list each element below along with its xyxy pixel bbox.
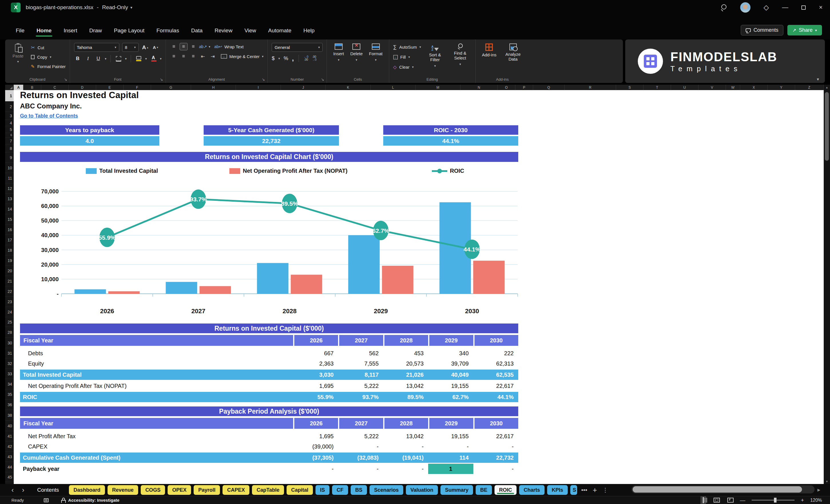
- table-of-contents-link[interactable]: Go to Table of Contents: [20, 113, 78, 119]
- row-header-8[interactable]: 8: [5, 145, 14, 153]
- orientation-button[interactable]: ab↗: [199, 43, 207, 50]
- vertical-scrollbar[interactable]: ▴ ▾: [824, 85, 830, 484]
- close-button[interactable]: ×: [819, 4, 823, 11]
- read-only-badge[interactable]: Read-Only: [102, 4, 128, 10]
- page-break-view-button[interactable]: [727, 498, 734, 503]
- select-all-corner[interactable]: [5, 85, 14, 90]
- zoom-in-button[interactable]: +: [801, 497, 804, 503]
- clipboard-dialog-launcher-icon[interactable]: ↘: [64, 77, 67, 82]
- align-right-button[interactable]: ≡: [189, 53, 197, 60]
- row-header-11[interactable]: 11: [5, 173, 14, 183]
- menu-tab-data[interactable]: Data: [185, 25, 209, 36]
- premium-diamond-icon[interactable]: ◇: [764, 3, 769, 11]
- column-header-V[interactable]: V: [698, 85, 726, 90]
- sheet-tab-charts[interactable]: Charts: [519, 485, 545, 495]
- autosum-button[interactable]: ∑ AutoSum ▾: [393, 43, 421, 51]
- decrease-indent-button[interactable]: ⇤: [199, 53, 207, 60]
- align-bottom-button[interactable]: ≡: [189, 43, 197, 50]
- comments-button[interactable]: Comments: [741, 25, 783, 35]
- menu-tab-automate[interactable]: Automate: [262, 25, 297, 36]
- page-layout-view-button[interactable]: [713, 498, 720, 503]
- row-header-7[interactable]: 7: [5, 137, 14, 145]
- row-header-35[interactable]: 35: [5, 389, 14, 400]
- row-header-34[interactable]: 34: [5, 379, 14, 389]
- comma-format-button[interactable]: ,: [292, 56, 294, 60]
- menu-tab-home[interactable]: Home: [31, 25, 58, 36]
- row-header-40[interactable]: 40: [5, 421, 14, 431]
- row-header-9[interactable]: 9: [5, 153, 14, 163]
- delete-cells-button[interactable]: Delete ▾: [348, 43, 365, 63]
- restore-button[interactable]: [801, 5, 806, 10]
- underline-button[interactable]: U: [95, 55, 102, 63]
- sheet-tab-revenue[interactable]: Revenue: [107, 485, 138, 495]
- zoom-slider-thumb[interactable]: [774, 498, 776, 503]
- fill-button[interactable]: ↓ Fill ▾: [393, 53, 421, 61]
- sheet-tab-capex[interactable]: CAPEX: [223, 485, 249, 495]
- sheet-tab-payroll[interactable]: Payroll: [194, 485, 220, 495]
- sheet-tab-be[interactable]: BE: [476, 485, 492, 495]
- row-header-22[interactable]: 22: [5, 286, 14, 296]
- column-header-I[interactable]: I: [236, 85, 281, 90]
- font-dialog-launcher-icon[interactable]: ↘: [160, 77, 163, 82]
- scroll-down-icon[interactable]: ▾: [824, 479, 830, 483]
- cut-button[interactable]: ✂ Cut: [31, 43, 66, 52]
- sheet-nav-left-icon[interactable]: ‹: [8, 486, 17, 494]
- column-header-P[interactable]: P: [515, 85, 533, 90]
- menu-tab-help[interactable]: Help: [297, 25, 321, 36]
- row-header-24[interactable]: 24: [5, 307, 14, 317]
- row-header-3[interactable]: 3: [5, 112, 14, 120]
- sheet-tab-bs[interactable]: BS: [351, 485, 367, 495]
- scroll-up-icon[interactable]: ▴: [824, 85, 830, 89]
- normal-view-button[interactable]: [700, 496, 706, 504]
- number-dialog-launcher-icon[interactable]: ↘: [321, 77, 324, 82]
- column-header-G[interactable]: G: [151, 85, 191, 90]
- row-header-21[interactable]: 21: [5, 276, 14, 286]
- column-header-A[interactable]: A: [14, 85, 24, 90]
- borders-chevron-icon[interactable]: ▾: [125, 57, 127, 61]
- collapse-ribbon-chevron-icon[interactable]: ▾: [817, 77, 819, 82]
- insert-cells-button[interactable]: Insert ▾: [331, 43, 346, 63]
- more-sheets-button[interactable]: •••: [580, 487, 588, 494]
- row-header-23[interactable]: 23: [5, 296, 14, 307]
- search-icon[interactable]: [721, 4, 727, 10]
- column-header-U[interactable]: U: [671, 85, 698, 90]
- scroll-right-icon[interactable]: ▸: [818, 486, 820, 493]
- sheet-options-menu-icon[interactable]: ⋮: [601, 486, 609, 494]
- find-select-button[interactable]: Find & Select ▾: [449, 43, 471, 71]
- percent-format-button[interactable]: %: [284, 56, 288, 62]
- increase-indent-button[interactable]: ⇥: [209, 53, 217, 60]
- addins-button[interactable]: Add-ins: [480, 43, 499, 62]
- decrease-decimal-button[interactable]: .00→0: [312, 56, 317, 61]
- sheet-tab-dashboard[interactable]: Dashboard: [69, 485, 105, 495]
- copy-button[interactable]: Copy ▾: [31, 53, 66, 61]
- analyze-data-button[interactable]: Analyze Data: [501, 43, 525, 62]
- align-left-button[interactable]: ≡: [170, 53, 178, 60]
- column-header-B[interactable]: B: [24, 85, 41, 90]
- row-header-28[interactable]: 28: [5, 327, 14, 338]
- merge-center-button[interactable]: ↔ Merge & Center ▾: [221, 54, 263, 59]
- horizontal-scrollbar-thumb[interactable]: [633, 486, 802, 493]
- row-header-44[interactable]: 44: [5, 462, 14, 472]
- row-header-1[interactable]: 1: [5, 90, 14, 101]
- bold-button[interactable]: B: [74, 55, 82, 63]
- column-header-W[interactable]: W: [726, 85, 740, 90]
- row-header-17[interactable]: 17: [5, 235, 14, 245]
- row-header-6[interactable]: 6: [5, 133, 14, 137]
- format-cells-button[interactable]: Format ▾: [367, 43, 385, 63]
- row-header-30[interactable]: 30: [5, 338, 14, 348]
- sheet-tab-capital[interactable]: Capital: [287, 485, 313, 495]
- align-center-button[interactable]: ≡: [180, 53, 188, 60]
- zoom-level[interactable]: 120%: [810, 498, 822, 503]
- column-header-L[interactable]: L: [371, 85, 416, 90]
- fill-color-chevron-icon[interactable]: ▾: [145, 57, 147, 61]
- align-top-button[interactable]: ≡: [170, 43, 178, 50]
- vertical-scrollbar-thumb[interactable]: [825, 92, 829, 161]
- row-header-42[interactable]: 42: [5, 441, 14, 452]
- add-sheet-button[interactable]: +: [591, 486, 598, 495]
- alignment-dialog-launcher-icon[interactable]: ↘: [262, 77, 265, 82]
- sheet-tab-contents[interactable]: Contents: [30, 485, 66, 495]
- row-header-2[interactable]: 2: [5, 101, 14, 112]
- sheet-tab-roic[interactable]: ROIC: [494, 485, 516, 495]
- font-color-button[interactable]: A: [150, 55, 157, 63]
- sheet-tab-scenarios[interactable]: Scenarios: [370, 485, 403, 495]
